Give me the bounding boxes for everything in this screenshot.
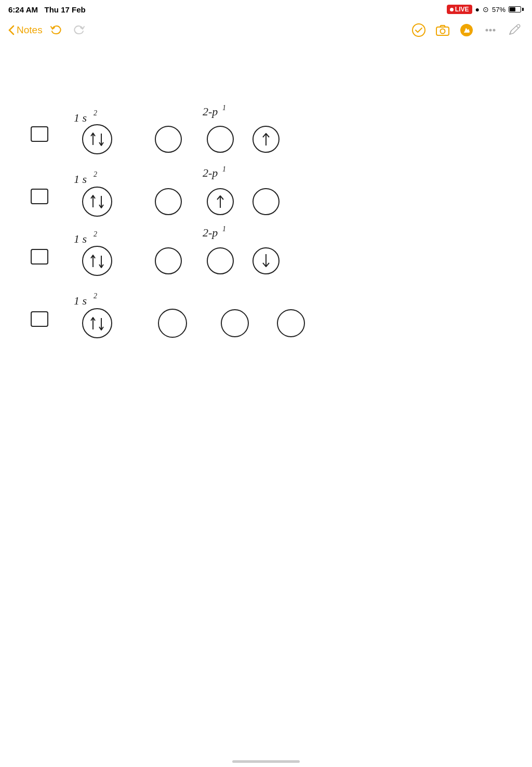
status-bar: 6:24 AM Thu 17 Feb LIVE ● ⊙ 57% xyxy=(0,0,532,19)
svg-point-4 xyxy=(486,29,488,32)
svg-text:1 s: 1 s xyxy=(74,232,87,245)
svg-text:1 s: 1 s xyxy=(74,111,87,124)
battery-icon xyxy=(509,6,524,12)
handwritten-notes-svg: 1 s 2 2-p 1 1 s xyxy=(10,49,522,371)
svg-text:1: 1 xyxy=(222,225,226,233)
svg-text:1: 1 xyxy=(222,165,226,173)
svg-text:2: 2 xyxy=(94,170,97,178)
location-icon: ⊙ xyxy=(483,5,489,14)
nav-left-group: Notes xyxy=(8,21,88,39)
svg-text:2: 2 xyxy=(94,292,97,300)
nav-right-group xyxy=(409,21,524,39)
live-badge: LIVE xyxy=(447,5,472,14)
redo-button[interactable] xyxy=(70,21,88,39)
redo-icon xyxy=(72,24,86,36)
svg-text:2: 2 xyxy=(94,109,97,117)
checkbox-row3 xyxy=(31,249,48,264)
svg-point-29 xyxy=(253,189,279,215)
drawing-canvas[interactable]: 1 s 2 2-p 1 1 s xyxy=(10,49,522,373)
svg-text:2-p: 2-p xyxy=(203,226,218,239)
svg-point-6 xyxy=(493,29,496,32)
svg-point-38 xyxy=(207,248,233,274)
compose-icon xyxy=(507,23,522,37)
back-button[interactable]: Notes xyxy=(8,24,43,36)
more-icon xyxy=(483,23,498,37)
svg-point-2 xyxy=(441,29,445,34)
svg-point-35 xyxy=(155,248,181,274)
svg-point-16 xyxy=(207,126,233,152)
status-time-date: 6:24 AM Thu 17 Feb xyxy=(8,5,86,14)
back-label: Notes xyxy=(17,24,43,36)
home-indicator xyxy=(232,760,300,763)
checkbox-row1 xyxy=(31,127,48,141)
svg-point-43 xyxy=(83,309,112,338)
check-circle-icon xyxy=(411,23,426,37)
svg-text:1 s: 1 s xyxy=(74,173,87,186)
svg-point-13 xyxy=(155,126,181,152)
svg-text:2: 2 xyxy=(94,230,97,238)
live-dot xyxy=(450,8,454,11)
svg-point-47 xyxy=(221,310,248,337)
status-icons: LIVE ● ⊙ 57% xyxy=(447,5,524,14)
undo-button[interactable] xyxy=(47,21,65,39)
svg-rect-1 xyxy=(436,27,449,35)
compose-button[interactable] xyxy=(505,21,524,39)
svg-point-5 xyxy=(489,29,492,32)
svg-text:2-p: 2-p xyxy=(203,166,218,179)
camera-button[interactable] xyxy=(433,21,452,39)
more-button[interactable] xyxy=(481,21,500,39)
svg-text:1: 1 xyxy=(222,104,226,112)
done-button[interactable] xyxy=(409,21,428,39)
pencil-tip-icon xyxy=(459,23,474,37)
checkbox-row4 xyxy=(31,312,48,326)
camera-icon xyxy=(435,24,450,36)
note-content: 1 s 2 2-p 1 1 s xyxy=(0,44,532,378)
svg-point-48 xyxy=(277,310,304,337)
battery-percent: 57% xyxy=(492,6,506,14)
signal-icon: ● xyxy=(475,5,480,14)
checkbox-row2 xyxy=(31,189,48,204)
svg-text:2-p: 2-p xyxy=(203,105,218,118)
svg-point-0 xyxy=(413,24,425,36)
svg-point-46 xyxy=(158,309,187,337)
markup-button[interactable] xyxy=(457,21,476,39)
nav-bar: Notes xyxy=(0,19,532,44)
svg-text:1 s: 1 s xyxy=(74,294,87,307)
svg-point-32 xyxy=(83,246,112,275)
svg-point-10 xyxy=(83,125,112,154)
undo-icon xyxy=(49,24,63,36)
svg-point-21 xyxy=(83,187,112,216)
svg-point-24 xyxy=(155,189,181,215)
svg-line-7 xyxy=(516,26,518,28)
chevron-left-icon xyxy=(8,25,15,35)
